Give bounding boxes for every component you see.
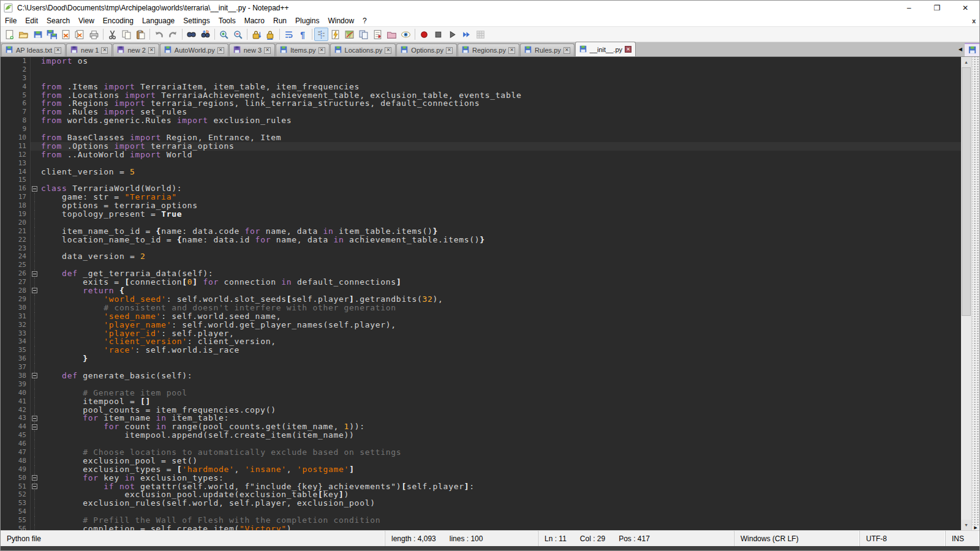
fold-margin[interactable] bbox=[30, 337, 39, 346]
fold-margin[interactable] bbox=[30, 83, 39, 91]
bookmark-margin[interactable] bbox=[1, 57, 8, 66]
splitter-expand-icon[interactable]: ▶ bbox=[972, 525, 979, 530]
code-text[interactable]: itempool.append(self.create_item(item_na… bbox=[39, 431, 961, 440]
close-button[interactable]: ✕ bbox=[951, 1, 979, 15]
undo-button[interactable] bbox=[152, 28, 166, 41]
function-list-button[interactable] bbox=[371, 28, 385, 41]
fold-margin[interactable] bbox=[30, 210, 39, 219]
code-text[interactable]: 'player_id': self.player, bbox=[39, 329, 961, 338]
tab-close-icon[interactable]: ✕ bbox=[564, 47, 570, 54]
fold-margin[interactable] bbox=[30, 193, 39, 201]
bookmark-margin[interactable] bbox=[1, 372, 8, 380]
fold-margin[interactable] bbox=[30, 278, 39, 287]
bookmark-margin[interactable] bbox=[1, 108, 8, 116]
fold-margin[interactable] bbox=[30, 321, 39, 329]
fold-margin[interactable] bbox=[30, 431, 39, 440]
bookmark-margin[interactable] bbox=[1, 490, 8, 499]
tab-close-icon[interactable]: ✕ bbox=[446, 47, 453, 54]
fold-margin[interactable] bbox=[30, 304, 39, 312]
fold-margin[interactable] bbox=[30, 91, 39, 100]
fold-collapse-icon[interactable] bbox=[32, 475, 37, 481]
tab-new-2[interactable]: new 2✕ bbox=[113, 43, 159, 56]
fold-margin[interactable] bbox=[30, 99, 39, 108]
code-text[interactable]: from .Options import terraria_options bbox=[39, 142, 961, 151]
menu-item-plugins[interactable]: Plugins bbox=[291, 16, 323, 26]
fold-margin[interactable] bbox=[30, 184, 39, 193]
fold-margin[interactable] bbox=[30, 389, 39, 397]
code-text[interactable]: from ..AutoWorld import World bbox=[39, 151, 961, 159]
fold-collapse-icon[interactable] bbox=[32, 288, 37, 293]
bookmark-margin[interactable] bbox=[1, 287, 8, 295]
code-text[interactable]: # Prefill the Wall of Flesh with the com… bbox=[39, 516, 961, 525]
bookmark-margin[interactable] bbox=[1, 422, 8, 431]
scrollbar-track[interactable] bbox=[961, 67, 971, 520]
bookmark-margin[interactable] bbox=[1, 125, 8, 133]
show-all-characters-button[interactable]: ¶ bbox=[296, 28, 310, 41]
code-text[interactable]: from .Rules import set_rules bbox=[39, 108, 961, 116]
bookmark-margin[interactable] bbox=[1, 252, 8, 261]
menu-item-macro[interactable]: Macro bbox=[240, 16, 269, 26]
code-text[interactable]: for item_name in item_table: bbox=[39, 414, 961, 422]
code-text[interactable]: data_version = 2 bbox=[39, 252, 961, 261]
code-text[interactable] bbox=[39, 508, 961, 516]
bookmark-margin[interactable] bbox=[1, 99, 8, 108]
replace-button[interactable]: ab bbox=[198, 28, 213, 41]
bookmark-margin[interactable] bbox=[1, 168, 8, 176]
code-text[interactable]: for key in exclusion_types: bbox=[39, 474, 961, 482]
code-text[interactable]: 'race': self.world.is_race bbox=[39, 346, 961, 354]
bookmark-margin[interactable] bbox=[1, 380, 8, 389]
bookmark-margin[interactable] bbox=[1, 312, 8, 321]
bookmark-margin[interactable] bbox=[1, 414, 8, 422]
fold-margin[interactable] bbox=[30, 116, 39, 125]
bookmark-margin[interactable] bbox=[1, 440, 8, 448]
word-wrap-button[interactable] bbox=[282, 28, 296, 41]
tab-close-icon[interactable]: ✕ bbox=[101, 47, 108, 54]
redo-button[interactable] bbox=[166, 28, 180, 41]
bookmark-margin[interactable] bbox=[1, 508, 8, 516]
bookmark-margin[interactable] bbox=[1, 295, 8, 304]
bookmark-margin[interactable] bbox=[1, 159, 8, 168]
menu-item-edit[interactable]: Edit bbox=[21, 16, 42, 26]
fold-margin[interactable] bbox=[30, 125, 39, 133]
code-text[interactable] bbox=[39, 176, 961, 184]
save-all-button[interactable] bbox=[45, 28, 59, 41]
code-text[interactable]: import os bbox=[39, 57, 961, 66]
code-text[interactable]: def generate_basic(self): bbox=[39, 372, 961, 380]
bookmark-margin[interactable] bbox=[1, 329, 8, 338]
bookmark-margin[interactable] bbox=[1, 261, 8, 269]
tab-close-icon[interactable]: ✕ bbox=[55, 47, 61, 54]
bookmark-margin[interactable] bbox=[1, 457, 8, 465]
close-file-button[interactable] bbox=[59, 28, 73, 41]
code-text[interactable]: options = terraria_options bbox=[39, 201, 961, 210]
bookmark-margin[interactable] bbox=[1, 184, 8, 193]
bookmark-margin[interactable] bbox=[1, 269, 8, 278]
tab-close-icon[interactable]: ✕ bbox=[508, 47, 515, 54]
menu-item-view[interactable]: View bbox=[74, 16, 99, 26]
code-text[interactable]: pool_counts = item_frequencies.copy() bbox=[39, 406, 961, 414]
bookmark-margin[interactable] bbox=[1, 201, 8, 210]
code-text[interactable]: 'player_name': self.world.get_player_nam… bbox=[39, 321, 961, 329]
vertical-scrollbar[interactable]: ▲ ▼ bbox=[961, 57, 971, 530]
fold-margin[interactable] bbox=[30, 354, 39, 363]
code-text[interactable] bbox=[39, 66, 961, 74]
bookmark-margin[interactable] bbox=[1, 219, 8, 227]
fold-margin[interactable] bbox=[30, 448, 39, 457]
tab-scroll-left-icon[interactable]: ◀ bbox=[956, 47, 965, 52]
fold-margin[interactable] bbox=[30, 499, 39, 508]
code-text[interactable]: from .Regions import terraria_regions, l… bbox=[39, 99, 961, 108]
bookmark-margin[interactable] bbox=[1, 210, 8, 219]
bookmark-margin[interactable] bbox=[1, 66, 8, 74]
fold-margin[interactable] bbox=[30, 201, 39, 210]
fold-margin[interactable] bbox=[30, 295, 39, 304]
sync-horizontal-scroll-button[interactable] bbox=[263, 28, 277, 41]
code-text[interactable] bbox=[39, 363, 961, 372]
fold-margin[interactable] bbox=[30, 516, 39, 525]
code-text[interactable]: exclusion_pool = set() bbox=[39, 457, 961, 465]
tab-close-icon[interactable]: ✕ bbox=[264, 47, 271, 54]
code-text[interactable]: return { bbox=[39, 287, 961, 295]
user-defined-language-button[interactable] bbox=[328, 28, 342, 41]
tab-locations-py[interactable]: Locations.py✕ bbox=[330, 43, 396, 56]
fold-margin[interactable] bbox=[30, 406, 39, 414]
code-text[interactable]: exits = [connection[0] for connection in… bbox=[39, 278, 961, 287]
bookmark-margin[interactable] bbox=[1, 227, 8, 236]
